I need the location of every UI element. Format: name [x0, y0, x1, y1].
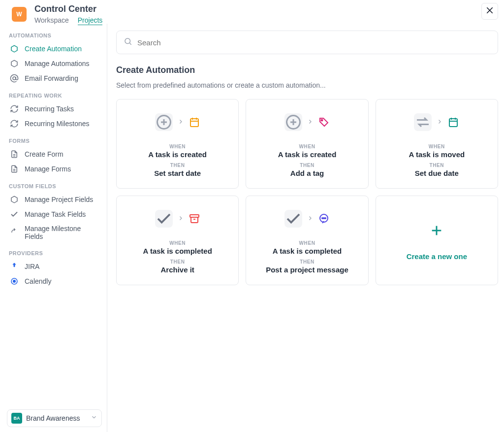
sidebar-item-label: Manage Milestone Fields — [25, 225, 99, 240]
when-label: WHEN — [299, 144, 315, 149]
close-icon — [485, 6, 494, 17]
sidebar-item-label: Manage Automations — [25, 60, 90, 67]
search-bar[interactable] — [116, 31, 498, 54]
card-when: A task is created — [278, 150, 337, 159]
sidebar-item-manage-task-fields[interactable]: Manage Task Fields — [7, 207, 102, 222]
sidebar-item-manage-project-fields[interactable]: Manage Project Fields — [7, 192, 102, 207]
then-label: THEN — [300, 163, 315, 168]
sidebar-item-label: Calendly — [25, 277, 51, 285]
sidebar-item-recurring-tasks[interactable]: Recurring Tasks — [7, 101, 102, 116]
chevron-down-icon — [91, 414, 97, 423]
card-icon-row — [155, 210, 200, 228]
sidebar-item-label: Manage Project Fields — [25, 196, 93, 203]
svg-point-9 — [125, 38, 130, 44]
sidebar-item-email-forwarding[interactable]: Email Forwarding — [7, 71, 102, 86]
svg-point-31 — [325, 218, 326, 219]
then-label: THEN — [170, 259, 185, 265]
check-icon — [10, 210, 19, 219]
then-label: THEN — [430, 163, 444, 168]
arrow-curve-icon — [10, 228, 19, 237]
section-label: AUTOMATIONS — [9, 33, 100, 38]
automation-card[interactable]: WHEN A task is completed THEN Archive it — [116, 196, 239, 285]
card-then: Post a project message — [266, 266, 348, 274]
section-label: CUSTOM FIELDS — [9, 183, 100, 189]
sidebar-item-create-form[interactable]: Create Form — [7, 147, 102, 162]
sidebar-item-create-automation[interactable]: Create Automation — [7, 41, 102, 56]
when-label: WHEN — [169, 240, 186, 246]
check-icon — [284, 210, 302, 228]
archive-icon — [189, 213, 200, 225]
search-input[interactable] — [137, 38, 491, 47]
search-icon — [124, 37, 132, 48]
when-label: WHEN — [169, 144, 186, 149]
sidebar-item-label: JIRA — [25, 263, 39, 270]
automation-card[interactable]: WHEN A task is completed THEN Post a pro… — [246, 196, 368, 285]
svg-point-8 — [13, 280, 16, 283]
calendar-icon — [447, 116, 459, 128]
chevron-right-icon — [307, 214, 313, 223]
chevron-right-icon — [307, 118, 313, 127]
when-label: WHEN — [299, 240, 315, 246]
section-label: PROVIDERS — [9, 250, 100, 256]
sidebar-item-label: Email Forwarding — [25, 74, 78, 82]
section-label: FORMS — [9, 138, 100, 144]
card-icon-row — [284, 210, 330, 228]
at-icon — [10, 74, 19, 83]
create-new-label: Create a new one — [407, 252, 467, 261]
sidebar-item-jira[interactable]: JIRA — [7, 259, 102, 274]
refresh-icon — [10, 119, 19, 128]
automation-card[interactable]: WHEN A task is created THEN Add a tag — [246, 99, 368, 189]
chevron-right-icon — [178, 118, 184, 127]
content-subtitle: Select from predefined automations or cr… — [116, 81, 498, 89]
automation-card[interactable]: WHEN A task is moved THEN Set due date — [376, 99, 498, 189]
when-label: WHEN — [429, 144, 445, 149]
sidebar-item-manage-milestone-fields[interactable]: Manage Milestone Fields — [7, 222, 102, 243]
sidebar-item-label: Manage Forms — [25, 165, 71, 173]
sidebar-item-manage-forms[interactable]: Manage Forms — [7, 162, 102, 176]
chevron-right-icon — [178, 214, 184, 223]
main-content: Create Automation Select from predefined… — [107, 24, 504, 432]
calendly-icon — [10, 277, 19, 286]
close-button[interactable] — [481, 3, 498, 20]
svg-rect-22 — [449, 119, 457, 127]
sidebar-item-label: Manage Task Fields — [25, 210, 86, 218]
chevron-right-icon — [437, 118, 442, 127]
card-icon-row — [414, 113, 459, 131]
svg-line-10 — [129, 43, 131, 44]
sidebar-item-label: Create Automation — [25, 45, 82, 53]
card-then: Set due date — [415, 169, 459, 177]
plus-circle-icon — [155, 113, 173, 131]
plus-circle-icon — [284, 113, 302, 131]
svg-point-21 — [321, 120, 322, 121]
card-when: A task is completed — [143, 247, 212, 255]
svg-rect-14 — [190, 119, 198, 127]
header: W Control Center Workspace Projects — [0, 0, 504, 24]
sidebar-item-manage-automations[interactable]: Manage Automations — [7, 56, 102, 71]
card-when: A task is completed — [273, 247, 342, 255]
svg-point-29 — [322, 218, 323, 219]
tag-icon — [318, 116, 330, 128]
sidebar-item-label: Recurring Tasks — [25, 105, 74, 113]
check-icon — [155, 210, 173, 228]
sidebar-item-calendly[interactable]: Calendly — [7, 274, 102, 289]
then-label: THEN — [300, 259, 315, 265]
card-then: Archive it — [160, 266, 194, 274]
file-icon — [10, 165, 19, 173]
sidebar-item-label: Create Form — [25, 150, 63, 158]
svg-rect-26 — [190, 215, 199, 217]
card-icon-row — [155, 113, 200, 131]
create-new-automation-card[interactable]: Create a new one — [376, 196, 498, 285]
then-label: THEN — [170, 163, 185, 168]
jira-icon — [10, 262, 19, 271]
project-badge: BA — [11, 413, 22, 424]
page-title: Control Center — [34, 4, 102, 14]
file-icon — [10, 150, 19, 159]
project-switcher[interactable]: BA Brand Awareness — [7, 409, 102, 427]
cube-icon — [10, 195, 19, 204]
card-when: A task is moved — [409, 150, 465, 159]
automation-card[interactable]: WHEN A task is created THEN Set start da… — [116, 99, 239, 189]
sidebar-item-recurring-milestones[interactable]: Recurring Milestones — [7, 116, 102, 131]
cube-icon — [10, 59, 19, 68]
project-name: Brand Awareness — [26, 414, 87, 422]
card-then: Add a tag — [290, 169, 324, 177]
